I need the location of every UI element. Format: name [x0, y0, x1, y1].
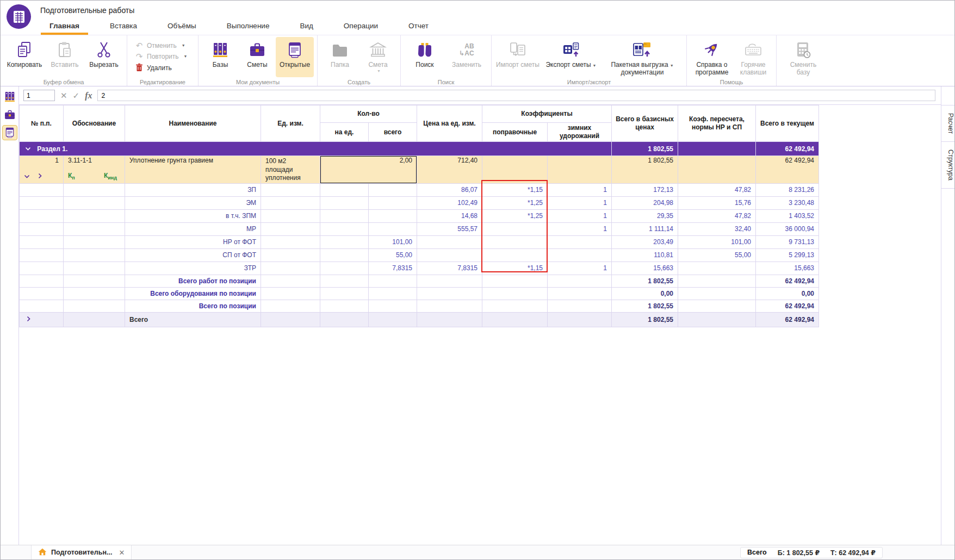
total-position-row[interactable]: Всего по позиции 1 802,55 62 492,94 — [20, 300, 819, 312]
col-header-qty-per-unit[interactable]: на ед. — [320, 123, 369, 142]
position-collapse-icon[interactable] — [24, 173, 30, 181]
redo-button[interactable]: ↷ Повторить ▼ — [135, 52, 190, 60]
bottom-bar: Подготовительн... ✕ Всего Б: 1 802,55 ₽ … — [1, 545, 954, 559]
house-icon — [38, 548, 47, 557]
delete-button[interactable]: Удалить — [135, 63, 190, 73]
position-row[interactable]: 1 3.11-1-1 Кп Кинд Уплотнение грунт — [20, 156, 819, 184]
col-header-adjusting[interactable]: поправочные — [482, 123, 548, 142]
tab-vstavka[interactable]: Вставка — [95, 17, 152, 35]
sidebar-estimates-icon[interactable] — [2, 107, 17, 122]
new-estimate-dropdown-icon[interactable]: ▼ — [377, 69, 381, 73]
side-tab-raschet[interactable]: Расчет — [941, 105, 954, 142]
resource-row-ztr[interactable]: ЗТР 7,8315 7,8315 *1,15 1 15,663 15,663 — [20, 262, 819, 275]
col-header-name[interactable]: Наименование — [125, 105, 261, 142]
row-number-input[interactable] — [23, 90, 55, 101]
bases-binders-icon — [212, 39, 229, 61]
section-current-total[interactable]: 62 492,94 — [756, 142, 819, 156]
status-total-label: Всего — [747, 549, 767, 556]
section-collapse-icon[interactable] — [25, 145, 31, 153]
resource-row-sp[interactable]: СП от ФОТ 55,00 110,81 55,00 5 299,13 — [20, 248, 819, 262]
col-header-unit[interactable]: Ед. изм. — [261, 105, 320, 142]
section-row[interactable]: Раздел 1. 1 802,55 62 492,94 — [20, 142, 819, 156]
total-equipment-row[interactable]: Всего оборудования по позиции 0,00 0,00 — [20, 287, 819, 300]
open-documents-button[interactable]: Открытые — [276, 37, 314, 77]
side-tab-struktura[interactable]: Структура — [941, 142, 954, 189]
section-basis-total[interactable]: 1 802,55 — [612, 142, 678, 156]
sidebar-open-documents-icon[interactable] — [2, 125, 17, 140]
col-header-qty[interactable]: Кол-во — [320, 105, 417, 123]
import-estimate-button[interactable]: Импорт сметы — [495, 37, 541, 77]
batch-upload-dropdown-icon[interactable]: ▼ — [670, 64, 674, 67]
resource-row-zpm[interactable]: в т.ч. ЗПМ 14,68 *1,25 1 29,35 47,82 1 4… — [20, 209, 819, 222]
tab-operacii[interactable]: Операции — [328, 17, 393, 35]
batch-upload-icon — [631, 39, 653, 61]
col-header-recalc[interactable]: Коэф. пересчета, нормы НР и СП — [678, 105, 756, 142]
fx-icon[interactable]: fx — [85, 91, 92, 101]
undo-dropdown-icon[interactable]: ▼ — [182, 43, 185, 47]
formula-input[interactable] — [97, 90, 935, 101]
hotkeys-button[interactable]: Горячиеклавиши — [734, 37, 773, 77]
position-basis-total[interactable]: 1 802,55 — [612, 156, 678, 184]
bases-button[interactable]: Базы — [202, 37, 239, 77]
grand-total-row[interactable]: Всего 1 802,55 62 492,94 — [20, 312, 819, 327]
export-estimate-button[interactable]: Экспорт сметы▼ — [541, 37, 601, 77]
cancel-icon[interactable]: ✕ — [60, 91, 67, 99]
estimates-button[interactable]: Сметы — [239, 37, 276, 77]
undo-button[interactable]: ↶ Отменить ▼ — [135, 41, 190, 49]
folder-button[interactable]: Папка — [321, 37, 359, 77]
col-header-winter[interactable]: зимних удорожаний — [548, 123, 612, 142]
estimate-grid: № п.п. Обоснование Наименование Ед. изм.… — [19, 105, 819, 327]
group-label-help: Помощь — [687, 79, 776, 85]
col-header-num[interactable]: № п.п. — [20, 105, 64, 142]
copy-icon — [16, 39, 33, 61]
close-tab-icon[interactable]: ✕ — [119, 549, 125, 557]
resource-row-nr[interactable]: НР от ФОТ 101,00 203,49 101,00 9 731,13 — [20, 235, 819, 248]
position-expand-icon[interactable] — [38, 173, 42, 181]
cut-button[interactable]: Вырезать — [84, 37, 123, 77]
position-price[interactable]: 712,40 — [417, 156, 482, 184]
resource-row-mr[interactable]: МР 555,57 1 1 111,14 32,40 36 000,94 — [20, 222, 819, 235]
new-estimate-button[interactable]: Смета ▼ — [359, 37, 397, 77]
total-works-row[interactable]: Всего работ по позиции 1 802,55 62 492,9… — [20, 275, 819, 287]
confirm-icon[interactable]: ✓ — [73, 91, 80, 99]
scissors-icon — [96, 39, 112, 61]
resource-row-em[interactable]: ЭМ 102,49 *1,25 1 204,98 15,76 3 230,48 — [20, 196, 819, 209]
resource-row-zp[interactable]: ЗП 86,07 *1,15 1 172,13 47,82 8 231,26 — [20, 183, 819, 196]
app-logo-icon[interactable] — [7, 4, 31, 29]
batch-upload-button[interactable]: Пакетная выгрузка▼документации — [601, 37, 683, 77]
replace-button[interactable]: AB↳AC Заменить — [445, 37, 488, 77]
tab-obyomy[interactable]: Объёмы — [152, 17, 212, 35]
paste-button[interactable]: Вставить — [45, 37, 84, 77]
tab-vid[interactable]: Вид — [284, 17, 328, 35]
col-header-current-total[interactable]: Всего в текущем — [756, 105, 819, 142]
sidebar-bases-icon[interactable] — [2, 89, 17, 104]
grand-total-expand-icon[interactable] — [26, 316, 31, 323]
open-document-icon — [287, 39, 303, 61]
export-dropdown-icon[interactable]: ▼ — [593, 64, 597, 67]
tab-vypolnenie[interactable]: Выполнение — [212, 17, 285, 35]
grand-total-current[interactable]: 62 492,94 — [756, 312, 819, 327]
about-button[interactable]: Справка опрограмме — [690, 37, 734, 77]
search-button[interactable]: Поиск — [404, 37, 445, 77]
col-header-justification[interactable]: Обоснование — [64, 105, 125, 142]
col-header-price[interactable]: Цена на ед. изм. — [417, 105, 482, 142]
change-base-button[interactable]: Сменитьбазу — [780, 37, 827, 77]
tab-glavnaya[interactable]: Главная — [34, 17, 95, 35]
position-code: 3.11-1-1 — [68, 157, 120, 164]
ribbon-group-create: Папка Смета ▼ Создать — [318, 35, 401, 86]
tab-otchet[interactable]: Отчет — [393, 17, 444, 35]
grand-total-basis[interactable]: 1 802,55 — [612, 312, 678, 327]
col-header-coefficients[interactable]: Коэффициенты — [482, 105, 612, 123]
redo-dropdown-icon[interactable]: ▼ — [184, 54, 188, 58]
position-coefficient-links[interactable]: Кп Кинд — [68, 172, 117, 181]
position-name[interactable]: Уплотнение грунта гравием — [125, 156, 261, 184]
document-tab[interactable]: Подготовительн... ✕ — [31, 545, 132, 559]
selected-quantity-cell[interactable]: 2,00 — [320, 156, 417, 184]
left-sidebar — [1, 86, 19, 545]
col-header-qty-total[interactable]: всего — [369, 123, 417, 142]
import-icon — [508, 39, 527, 61]
position-current-total[interactable]: 62 492,94 — [756, 156, 819, 184]
copy-button[interactable]: Копировать — [4, 37, 45, 77]
col-header-basis-total[interactable]: Всего в базисных ценах — [612, 105, 678, 142]
section-label: Раздел 1. — [37, 145, 67, 153]
